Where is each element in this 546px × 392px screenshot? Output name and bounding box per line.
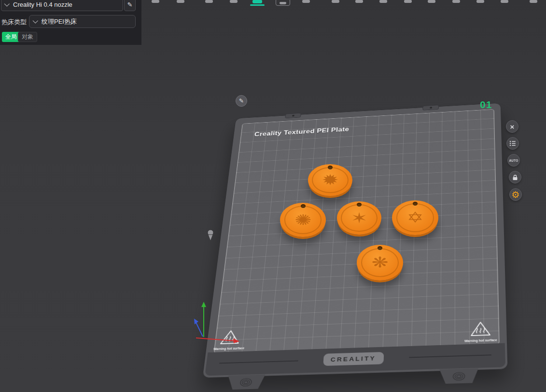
toolbar-icon[interactable]	[450, 0, 462, 6]
toolbar-icon-active[interactable]	[252, 0, 263, 6]
active-underline	[250, 4, 265, 6]
coin-keyring-hole	[357, 203, 362, 207]
toolbar-icon[interactable]	[300, 0, 312, 6]
brand-logo-text: CREALITY	[330, 355, 376, 363]
band-line	[219, 360, 298, 364]
bed-type-value: 纹理PEI热床	[42, 17, 77, 26]
toolbar-icon[interactable]	[475, 0, 486, 6]
coin-pattern-icon: ✺	[294, 212, 311, 227]
tool-icon	[252, 0, 262, 3]
plate-foot-right	[437, 368, 481, 384]
bed-type-dropdown[interactable]: 纹理PEI热床	[29, 15, 136, 28]
plate-foot-left	[224, 375, 268, 390]
warning-hot-surface-right: Warning hot surface	[460, 321, 502, 343]
plate-clip	[285, 113, 301, 118]
coin-pattern-icon: ❋	[371, 255, 388, 270]
object-list-button[interactable]	[506, 137, 519, 150]
tool-icon	[177, 0, 184, 3]
toolbar-icon-selected[interactable]	[276, 0, 290, 6]
bed-type-label: 热床类型	[1, 18, 27, 27]
screw-dot	[292, 115, 294, 117]
toolbar-icon[interactable]	[402, 0, 414, 6]
tool-icon	[404, 0, 412, 3]
tool-icon	[302, 0, 310, 3]
plate-number[interactable]: 01	[480, 99, 492, 111]
viewport-3d[interactable]: Creality Textured PEI Plate Warning hot …	[0, 0, 546, 392]
toolbar-icon[interactable]	[528, 0, 539, 6]
tool-icon	[379, 0, 387, 3]
hot-surface-icon	[470, 321, 491, 337]
plate-clip	[422, 105, 439, 110]
tool-icon	[280, 2, 286, 4]
edit-printer-button[interactable]: ✎	[124, 0, 136, 11]
gear-icon: ⚙	[511, 190, 519, 199]
plate-frame: Creality Textured PEI Plate Warning hot …	[202, 103, 508, 378]
fingerprint-icon	[238, 377, 253, 388]
plate-settings-button[interactable]: ⚙	[509, 188, 522, 201]
model-object-coin-5[interactable]: ❋	[357, 245, 403, 280]
tool-icon	[355, 0, 363, 3]
tool-icon	[230, 0, 238, 3]
brand-plaque: CREALITY	[323, 352, 384, 366]
lock-icon	[512, 174, 518, 181]
list-icon	[509, 140, 516, 146]
tab-object-label: 对象	[22, 33, 33, 41]
coin-keyring-hole	[301, 204, 306, 208]
axes-gizmo	[191, 299, 244, 345]
printer-dropdown-value: Creality Hi 0.4 nozzle	[13, 1, 72, 8]
auto-label: AUTO	[509, 159, 518, 162]
lock-plate-button[interactable]	[509, 171, 521, 183]
toolbar-icon[interactable]	[330, 0, 341, 6]
edit-plate-button[interactable]: ✎	[236, 95, 247, 107]
close-icon: ×	[510, 123, 515, 131]
band-line	[409, 354, 491, 358]
plate-pin-icon	[206, 229, 215, 244]
toolbar-icon[interactable]	[203, 0, 215, 6]
printer-dropdown[interactable]: Creality Hi 0.4 nozzle	[1, 0, 123, 11]
chevron-down-icon	[4, 1, 10, 6]
model-object-coin-3[interactable]: ✶	[337, 201, 381, 235]
tool-icon	[205, 0, 213, 3]
toolbar-icon[interactable]	[378, 0, 389, 6]
tool-icon	[476, 0, 484, 3]
tab-global-label: 全局	[5, 33, 17, 41]
fingerprint-icon	[451, 371, 466, 381]
coin-keyring-hole	[328, 166, 333, 169]
chevron-down-icon	[33, 18, 38, 23]
screw-dot	[430, 107, 432, 109]
toolbar-icon[interactable]	[499, 0, 510, 6]
model-object-coin-1[interactable]: ✹	[308, 164, 352, 196]
pencil-icon: ✎	[127, 1, 133, 8]
tool-icon	[530, 0, 537, 3]
model-object-coin-2[interactable]: ✺	[280, 203, 326, 237]
coin-pattern-icon: ✶	[350, 210, 367, 225]
coin-pattern-icon: ✡	[406, 210, 423, 225]
coin-pattern-icon: ✹	[322, 173, 338, 187]
toolbar-icon[interactable]	[150, 0, 161, 6]
toolbar-icon[interactable]	[175, 0, 186, 6]
printer-panel: Creality Hi 0.4 nozzle ✎ 热床类型 纹理PEI热床 全局…	[0, 0, 141, 45]
tab-object[interactable]: 对象	[18, 32, 37, 42]
pencil-icon: ✎	[239, 98, 244, 104]
toolbar-icon[interactable]	[426, 0, 437, 6]
delete-plate-button[interactable]: ×	[506, 120, 518, 133]
model-object-coin-4[interactable]: ✡	[392, 200, 438, 235]
coin-keyring-hole	[413, 202, 418, 206]
plate-title: Creality Textured PEI Plate	[254, 126, 349, 138]
auto-arrange-button[interactable]: AUTO	[507, 154, 520, 167]
toolbar-icon[interactable]	[228, 0, 239, 6]
coin-keyring-hole	[378, 246, 382, 250]
tool-icon	[452, 0, 460, 3]
tool-icon	[428, 0, 435, 3]
tool-icon	[501, 0, 508, 3]
tool-icon	[152, 0, 159, 3]
build-plate[interactable]: Creality Textured PEI Plate Warning hot …	[202, 103, 508, 378]
tool-icon	[332, 0, 339, 3]
toolbar-icon[interactable]	[353, 0, 365, 6]
